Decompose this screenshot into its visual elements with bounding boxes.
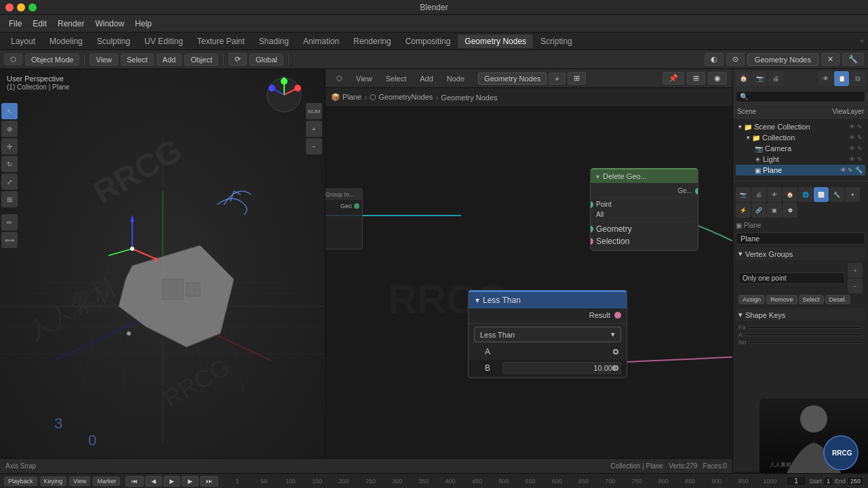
current-frame-display[interactable]: 1 [786, 476, 806, 486]
lt-dropdown[interactable]: Less Than ▾ [474, 327, 621, 342]
breadcrumb-geometry-nodes[interactable]: Geometry Nodes [441, 94, 497, 102]
object-menu-button[interactable]: Object [184, 54, 218, 66]
geo-nodes-add-button[interactable]: + [549, 73, 565, 85]
node-editor-type-button[interactable]: ⬡ [331, 73, 348, 83]
tab-uv-editing[interactable]: UV Editing [138, 35, 190, 48]
tab-compositing[interactable]: Compositing [399, 35, 458, 48]
search-input[interactable] [750, 93, 861, 100]
filter-btn[interactable]: ⊟ [850, 71, 865, 86]
tab-shading[interactable]: Shading [252, 35, 296, 48]
modifier-prop-tab[interactable]: 🔧 [829, 187, 844, 202]
tab-modeling[interactable]: Modeling [43, 35, 90, 48]
transform-tool[interactable]: ⊞ [1, 191, 18, 207]
camera-item[interactable]: 📷 Camera 👁 ✎ [736, 143, 865, 154]
viewport-3d[interactable]: User Perspective (1) Collection | Plane … [0, 69, 326, 472]
menu-help[interactable]: Help [130, 18, 157, 30]
menu-file[interactable]: File [4, 18, 26, 30]
tab-layout[interactable]: Layout [4, 35, 42, 48]
annotate-tool[interactable]: ✏ [1, 214, 18, 230]
playback-menu[interactable]: Playback [4, 476, 37, 486]
measure-tool[interactable]: ⟺ [1, 232, 18, 248]
output-settings-btn[interactable]: 🖨 [768, 71, 783, 86]
jump-start-btn[interactable]: ⏮ [125, 476, 144, 487]
object-mode-button[interactable]: Object Mode [25, 54, 79, 66]
material-prop-tab[interactable]: ⬟ [783, 203, 797, 218]
no-value[interactable] [749, 341, 863, 344]
tab-rendering[interactable]: Rendering [347, 35, 397, 48]
render-settings-btn[interactable]: 📷 [752, 71, 767, 86]
world-prop-tab[interactable]: 🌐 [798, 187, 813, 202]
deselect-btn[interactable]: Desel. [825, 295, 851, 304]
numpad-5-button[interactable]: NUM [306, 103, 322, 119]
prev-frame-btn[interactable]: ◀ [145, 476, 162, 487]
close-node-editor-button[interactable]: ✕ [821, 53, 840, 66]
node-editor-canvas[interactable]: RRCG Group In... Geo [326, 107, 732, 472]
scene-prop-tab[interactable]: 🏠 [783, 187, 797, 202]
end-frame-field[interactable]: 250 [847, 476, 864, 486]
node-overlay-button[interactable]: ◉ [708, 72, 727, 85]
viewport-gizmo[interactable]: X Y Z [264, 75, 304, 117]
group-input-node[interactable]: Group In... Geo [326, 188, 363, 249]
window-controls[interactable] [5, 3, 37, 12]
delete-geometry-node[interactable]: ▾ Delete Geo... Ge... Point [590, 168, 698, 251]
tab-scripting[interactable]: Scripting [534, 35, 579, 48]
node-select-button[interactable]: Select [380, 73, 412, 84]
select-tool[interactable]: ↖ [1, 103, 18, 119]
node-node-button[interactable]: Node [441, 73, 470, 84]
input-b-field[interactable] [502, 362, 621, 374]
next-frame-btn[interactable]: ▶ [182, 476, 199, 487]
output-prop-tab[interactable]: 🖨 [751, 187, 766, 202]
geo-nodes-browse-button[interactable]: ⊞ [568, 72, 586, 85]
play-btn[interactable]: ▶ [163, 476, 180, 487]
scene-collection-item[interactable]: ▾ 📁 Scene Collection 👁 ✎ [736, 121, 865, 132]
data-prop-tab[interactable]: ▣ [767, 203, 782, 218]
select-btn[interactable]: Select [799, 295, 824, 304]
less-than-node[interactable]: ▾ Less Than Result Less Than ▾ [468, 290, 627, 378]
render-prop-tab[interactable]: 📷 [736, 187, 751, 202]
scale-tool[interactable]: ⤢ [1, 174, 18, 190]
node-pin-button[interactable]: 📌 [663, 72, 684, 85]
object-name-field[interactable]: Plane [736, 232, 865, 245]
add-menu-button[interactable]: Add [157, 54, 182, 66]
view-menu-timeline[interactable]: View [69, 476, 90, 486]
move-tool[interactable]: ✛ [1, 138, 18, 155]
assign-btn[interactable]: Assign [738, 295, 765, 304]
physics-prop-tab[interactable]: ⚡ [736, 203, 751, 218]
zoom-out-button[interactable]: − [306, 138, 322, 155]
breadcrumb-plane[interactable]: 📦 Plane [331, 93, 361, 102]
rotate-tool[interactable]: ↻ [1, 156, 18, 172]
constraint-prop-tab[interactable]: 🔗 [751, 203, 766, 218]
vertex-groups-header[interactable]: ▾ Vertex Groups [736, 247, 865, 260]
close-button[interactable] [5, 3, 14, 12]
transform-button[interactable]: ⟳ [229, 53, 247, 66]
viewport-shading-button[interactable]: ◐ [705, 53, 724, 66]
scene-icon-btn[interactable]: 🏠 [736, 71, 751, 86]
menu-window[interactable]: Window [90, 18, 129, 30]
tab-sculpting[interactable]: Sculpting [90, 35, 137, 48]
tab-animation[interactable]: Animation [296, 35, 346, 48]
node-snap-button[interactable]: ⊞ [687, 72, 705, 85]
cursor-tool[interactable]: ⊕ [1, 121, 18, 137]
breadcrumb-geo-nodes[interactable]: ⬡ GeometryNodes [370, 93, 433, 102]
search-input-wrapper[interactable]: 🔍 [736, 91, 865, 102]
tab-texture-paint[interactable]: Texture Paint [191, 35, 252, 48]
object-prop-tab[interactable]: ⬜ [814, 187, 829, 202]
remove-btn[interactable]: Remove [766, 295, 797, 304]
minimize-button[interactable] [17, 3, 25, 12]
jump-end-btn[interactable]: ⏭ [200, 476, 218, 487]
editor-type-button[interactable]: ⬡ [4, 54, 22, 65]
add-workspace-button[interactable]: + [860, 37, 864, 45]
viewport-overlay-button[interactable]: ⊙ [726, 53, 745, 66]
geo-nodes-label[interactable]: Geometry Nodes [747, 54, 818, 66]
add-vertex-group-btn[interactable]: + [848, 263, 863, 278]
keying-menu[interactable]: Keying [40, 476, 67, 486]
remove-vertex-group-btn[interactable]: − [848, 279, 863, 293]
zoom-in-button[interactable]: + [306, 121, 322, 137]
menu-edit[interactable]: Edit [28, 18, 52, 30]
vertex-group-item[interactable]: Only one point [738, 272, 845, 284]
view-layer-btn[interactable]: 👁 [818, 71, 833, 86]
marker-menu[interactable]: Marker [93, 476, 120, 486]
view-prop-tab[interactable]: 👁 [767, 187, 782, 202]
view-menu-button[interactable]: View [90, 54, 118, 66]
node-add-button[interactable]: Add [414, 73, 439, 84]
